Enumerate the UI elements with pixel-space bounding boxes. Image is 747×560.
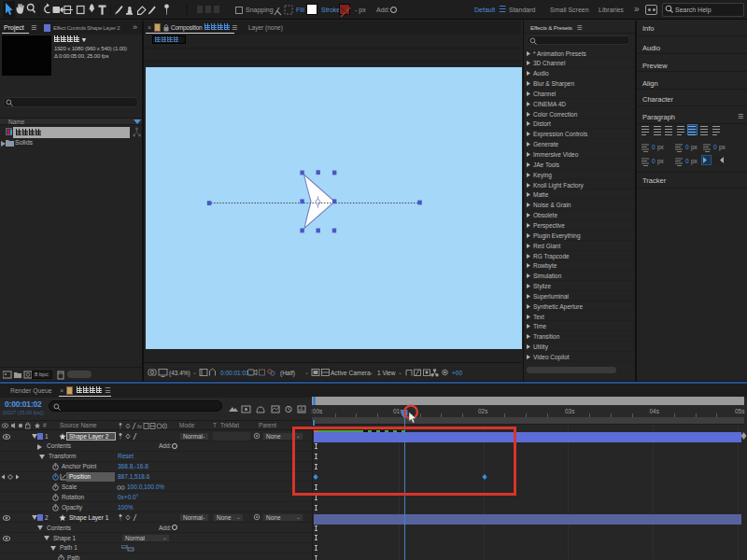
svg-text:fx: fx <box>137 424 143 429</box>
